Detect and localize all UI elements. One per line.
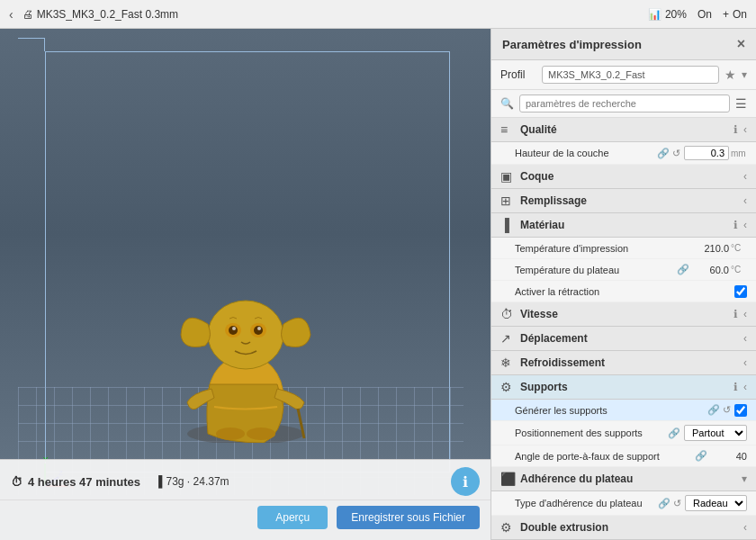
svg-point-10 — [257, 327, 261, 330]
save-button[interactable]: Enregistrer sous Fichier — [337, 506, 480, 529]
materiau-icon: ▐ — [500, 218, 515, 232]
search-input[interactable] — [519, 94, 730, 112]
remplissage-icon: ⊞ — [500, 194, 515, 208]
materiau-info-icon[interactable]: ℹ — [734, 219, 738, 231]
type-adherence-select[interactable]: Radeau — [685, 495, 747, 511]
supports-icon: ⚙ — [500, 380, 515, 394]
weight-value: 73g · 24.37m — [166, 475, 230, 488]
profile-label: Profil — [500, 68, 536, 81]
angle-link-icon[interactable]: 🔗 — [695, 450, 707, 462]
supports-chevron-icon[interactable]: ‹ — [743, 381, 747, 393]
section-vitesse[interactable]: ⏱ Vitesse ℹ ‹ — [491, 302, 756, 327]
generer-supports-row: Générer les supports 🔗 ↺ — [491, 400, 756, 421]
panel-header: Paramètres d'impression × — [491, 29, 756, 60]
menu-icon[interactable]: ☰ — [735, 96, 747, 111]
section-materiau[interactable]: ▐ Matériau ℹ ‹ — [491, 213, 756, 238]
temp-plateau-label: Température du plateau — [515, 265, 677, 275]
vitesse-chevron-icon[interactable]: ‹ — [743, 308, 747, 320]
generer-link-icon[interactable]: 🔗 — [707, 404, 720, 416]
percent-section: 📊 20% — [648, 8, 687, 21]
section-supports[interactable]: ⚙ Supports ℹ ‹ — [491, 375, 756, 400]
section-deplacement[interactable]: ↗ Déplacement ‹ — [491, 327, 756, 351]
preview-button[interactable]: Aperçu — [257, 506, 328, 529]
coque-chevron-icon[interactable]: ‹ — [743, 170, 747, 183]
remplissage-chevron-icon[interactable]: ‹ — [743, 194, 747, 207]
adherence-icon: ⬛ — [500, 472, 515, 486]
remplissage-label: Remplissage — [520, 194, 738, 207]
section-refroidissement[interactable]: ❄ Refroidissement ‹ — [491, 351, 756, 375]
positionnement-supports-select[interactable]: Partout — [684, 425, 747, 441]
retraction-label: Activer la rétraction — [515, 286, 734, 297]
search-row: 🔍 ☰ — [491, 90, 756, 118]
settings-list: ≡ Qualité ℹ ‹ Hauteur de la couche 🔗 ↺ m… — [491, 118, 756, 540]
height-icons: 🔗 ↺ — [657, 148, 680, 159]
hauteur-couche-input[interactable] — [684, 146, 729, 160]
angle-support-value: 40 — [711, 451, 747, 462]
printer-icon: 🖨 — [22, 8, 33, 21]
time-display: ⏱ 4 heures 47 minutes — [11, 475, 140, 489]
section-coque[interactable]: ▣ Coque ‹ — [491, 165, 756, 189]
top-bar: ‹ 🖨 MK3S_MK3_0.2_Fast 0.3mm 📊 20% On + O… — [0, 0, 756, 29]
3d-model — [165, 245, 327, 443]
qualite-chevron-icon[interactable]: ‹ — [743, 123, 747, 136]
generer-supports-label: Générer les supports — [515, 405, 707, 416]
info-circle[interactable]: ℹ — [451, 467, 480, 496]
double-extrusion-chevron-icon[interactable]: ‹ — [743, 521, 747, 534]
coque-label: Coque — [520, 170, 738, 183]
qualite-info-icon[interactable]: ℹ — [734, 123, 738, 136]
supports-label: Supports — [520, 381, 728, 393]
temp-impression-value: 210.0 — [693, 243, 729, 254]
printer-info: 🖨 MK3S_MK3_0.2_Fast 0.3mm — [22, 8, 178, 21]
qualite-icon: ≡ — [500, 122, 515, 137]
plateau-link-icon[interactable]: 🔗 — [677, 264, 689, 275]
vitesse-icon: ⏱ — [500, 307, 515, 321]
materiau-chevron-icon[interactable]: ‹ — [743, 219, 747, 231]
double-extrusion-icon: ⚙ — [500, 520, 515, 535]
close-button[interactable]: × — [737, 36, 745, 52]
section-qualite[interactable]: ≡ Qualité ℹ ‹ — [491, 118, 756, 142]
positionnement-supports-label: Positionnement des supports — [515, 428, 668, 438]
type-link-icon[interactable]: 🔗 — [658, 498, 670, 509]
section-adherence[interactable]: ⬛ Adhérence du plateau ▾ — [491, 467, 756, 491]
type-adherence-row: Type d'adhérence du plateau 🔗 ↺ Radeau — [491, 491, 756, 516]
section-remplissage[interactable]: ⊞ Remplissage ‹ — [491, 189, 756, 213]
hauteur-couche-unit: mm — [731, 148, 747, 158]
reset-icon[interactable]: ↺ — [672, 148, 680, 159]
hauteur-couche-row: Hauteur de la couche 🔗 ↺ mm — [491, 142, 756, 165]
materiau-label: Matériau — [520, 219, 728, 231]
deplacement-chevron-icon[interactable]: ‹ — [743, 332, 747, 345]
hauteur-couche-label: Hauteur de la couche — [515, 148, 657, 158]
bottom-actions: Aperçu Enregistrer sous Fichier — [0, 500, 490, 535]
profile-input[interactable] — [542, 66, 719, 84]
adherence-chevron-icon[interactable]: ▾ — [742, 472, 747, 485]
generer-supports-checkbox[interactable] — [734, 404, 747, 417]
section-double-extrusion[interactable]: ⚙ Double extrusion ‹ — [491, 516, 756, 540]
adherence-label: Adhérence du plateau — [520, 472, 736, 485]
on2-label: On — [733, 8, 747, 21]
profile-star-icon[interactable]: ★ — [724, 68, 736, 82]
profile-chevron-icon[interactable]: ▾ — [742, 68, 747, 81]
generer-icons: 🔗 ↺ — [707, 404, 731, 416]
temp-impression-unit: °C — [731, 243, 747, 253]
type-reset-icon[interactable]: ↺ — [673, 498, 681, 509]
angle-icons: 🔗 — [695, 450, 707, 462]
refroidissement-chevron-icon[interactable]: ‹ — [743, 356, 747, 369]
type-adherence-label: Type d'adhérence du plateau — [515, 498, 658, 508]
supports-info-icon[interactable]: ℹ — [734, 381, 738, 393]
deplacement-icon: ↗ — [500, 331, 515, 346]
back-chevron[interactable]: ‹ — [9, 7, 14, 22]
vitesse-info-icon[interactable]: ℹ — [734, 308, 738, 320]
svg-point-11 — [216, 428, 245, 440]
angle-support-row: Angle de porte-à-faux de support 🔗 40 — [491, 446, 756, 467]
retraction-checkbox[interactable] — [734, 285, 747, 298]
on-label: On — [698, 8, 712, 21]
on2-icon: + — [723, 8, 729, 21]
weight-display: ▐ 73g · 24.37m — [155, 475, 230, 488]
svg-point-4 — [208, 301, 284, 369]
link-icon[interactable]: 🔗 — [657, 148, 670, 159]
wireframe-corner-tl — [18, 38, 45, 51]
type-icons: 🔗 ↺ — [658, 498, 681, 509]
generer-reset-icon[interactable]: ↺ — [723, 404, 731, 416]
panel-title: Paramètres d'impression — [502, 38, 642, 51]
positionnement-link-icon[interactable]: 🔗 — [668, 428, 680, 439]
